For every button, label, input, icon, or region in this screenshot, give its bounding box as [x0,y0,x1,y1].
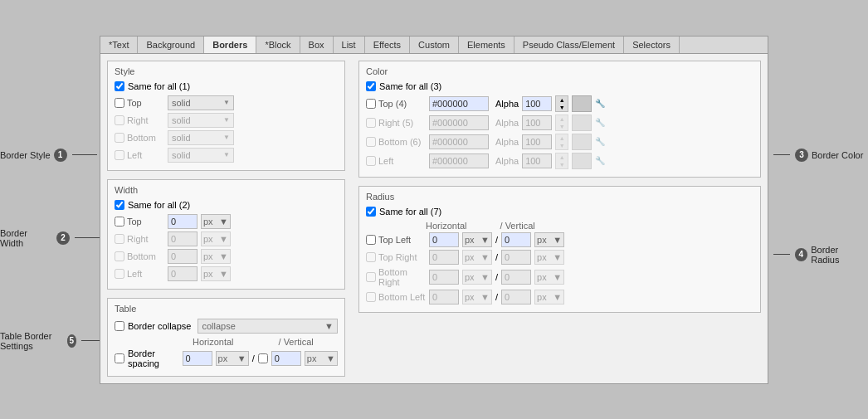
tab-box[interactable]: Box [300,37,334,53]
radius-topright-checkbox[interactable] [366,252,376,262]
radius-topright-v-unit[interactable]: px ▼ [534,250,564,265]
color-left-input[interactable] [429,153,489,168]
color-bottom-swatch[interactable] [572,134,592,150]
width-top-checkbox[interactable] [115,217,124,227]
tab-effects[interactable]: Effects [365,37,410,53]
color-bottom-input[interactable] [429,134,489,149]
radius-horizontal-label: Horizontal [426,221,467,231]
color-bottom-alpha-input[interactable] [522,134,552,149]
width-right-unit[interactable]: px ▼ [201,231,231,246]
style-same-for-all-checkbox[interactable] [115,81,124,91]
color-left-swatch[interactable] [572,153,592,169]
width-bottom-unit[interactable]: px ▼ [201,249,231,264]
radius-topright-h-unit[interactable]: px ▼ [462,250,492,265]
color-left-checkbox[interactable] [366,156,376,166]
border-collapse-checkbox[interactable] [115,321,124,331]
color-left-spin-up[interactable]: ▲ [556,153,568,161]
tab-elements[interactable]: Elements [459,37,514,53]
tab-text[interactable]: *Text [100,37,138,53]
color-top-checkbox[interactable] [366,99,376,109]
style-top-select[interactable]: solid ▼ [168,95,234,110]
tab-selectors[interactable]: Selectors [624,37,680,53]
radius-bottomleft-h-unit[interactable]: px ▼ [462,290,492,305]
radius-topleft-h-unit[interactable]: px ▼ [462,232,492,247]
border-spacing-v-input[interactable]: 0 [271,351,301,366]
width-left-input[interactable] [168,266,197,281]
radius-bottomleft-v-input[interactable] [501,290,531,305]
color-top-spin-up[interactable]: ▲ [556,96,568,104]
color-top-spin-down[interactable]: ▼ [556,104,568,111]
radius-same-for-all-checkbox[interactable] [366,207,376,217]
color-bottom-spin-down[interactable]: ▼ [556,142,568,149]
color-left-checkbox-label: Left [366,156,426,166]
color-bottom-eyedropper[interactable]: 🔧 [595,137,605,146]
border-spacing-h-input[interactable]: 0 [183,351,212,366]
radius-topright-h-input[interactable] [429,250,459,265]
radius-topleft-h-input[interactable] [429,232,459,247]
tab-borders[interactable]: Borders [204,37,256,53]
color-right-input[interactable] [429,115,489,130]
color-left-spin-down[interactable]: ▼ [556,161,568,168]
style-left-select[interactable]: solid ▼ [168,148,234,163]
style-left-checkbox[interactable] [115,150,124,160]
color-right-alpha-input[interactable] [522,115,552,130]
style-bottom-select[interactable]: solid ▼ [168,130,234,145]
radius-bottomright-h-input[interactable] [429,270,459,285]
radius-bottomright-h-unit[interactable]: px ▼ [462,270,492,285]
radius-bottomright-v-input[interactable] [501,270,531,285]
width-bottom-input[interactable] [168,249,197,264]
border-spacing-v-checkbox[interactable] [258,353,268,363]
tab-custom[interactable]: Custom [410,37,459,53]
radius-bottomright-v-unit[interactable]: px ▼ [534,270,564,285]
style-right-select[interactable]: solid ▼ [168,113,234,128]
color-top-eyedropper[interactable]: 🔧 [595,99,605,108]
tab-list[interactable]: List [334,37,365,53]
color-left-alpha-input[interactable] [522,153,552,168]
radius-topleft-checkbox[interactable] [366,235,376,245]
radius-bottomright-checkbox-label: Bottom Right [366,267,426,287]
spacing-slash: / [252,353,255,363]
width-top-input[interactable]: 0 [168,214,197,229]
color-bottom-spin-up[interactable]: ▲ [556,134,568,142]
radius-bottomright-checkbox[interactable] [366,272,376,282]
width-same-for-all-checkbox[interactable] [115,200,124,210]
border-radius-label-right: 4 Border Radius [773,245,868,265]
border-spacing-v-unit[interactable]: px ▼ [305,351,338,366]
width-top-unit[interactable]: px ▼ [201,214,231,229]
color-right-eyedropper[interactable]: 🔧 [595,118,605,127]
radius-topleft-v-unit[interactable]: px ▼ [534,232,564,247]
width-right-checkbox[interactable] [115,234,124,244]
border-collapse-select[interactable]: collapse ▼ [197,319,338,334]
color-bottom-checkbox[interactable] [366,137,376,147]
left-column: Style Same for all (1) Top solid ▼ [107,61,345,377]
tab-block[interactable]: *Block [256,37,300,53]
width-left-unit[interactable]: px ▼ [201,266,231,281]
radius-bottomleft-checkbox[interactable] [366,292,376,302]
radius-section: Radius Same for all (7) Horizontal / Ver… [358,186,761,313]
color-top-input[interactable]: #000000 [429,96,489,111]
color-right-checkbox[interactable] [366,118,376,128]
radius-topright-v-input[interactable] [501,250,531,265]
tab-background[interactable]: Background [138,37,204,53]
radius-topright-h-unit-val: px [465,252,475,262]
color-top-swatch[interactable] [572,95,592,112]
color-same-for-all-checkbox[interactable] [366,81,376,91]
color-right-spin-up[interactable]: ▲ [556,115,568,123]
width-right-input[interactable] [168,231,197,246]
color-top-alpha-input[interactable]: 100 [522,96,552,111]
style-bottom-checkbox[interactable] [115,133,124,143]
color-right-swatch[interactable] [572,114,592,131]
style-right-checkbox[interactable] [115,115,124,125]
style-top-checkbox[interactable] [115,98,124,108]
border-spacing-h-unit[interactable]: px ▼ [216,351,249,366]
border-spacing-checkbox[interactable] [115,353,124,363]
radius-topleft-v-input[interactable] [501,232,531,247]
color-left-eyedropper[interactable]: 🔧 [595,156,605,165]
tab-pseudo[interactable]: Pseudo Class/Element [514,37,624,53]
radius-bottomleft-h-input[interactable] [429,290,459,305]
border-collapse-arrow: ▼ [324,321,334,331]
radius-bottomleft-v-unit[interactable]: px ▼ [534,290,564,305]
width-bottom-checkbox[interactable] [115,251,124,261]
width-left-checkbox[interactable] [115,269,124,279]
color-right-spin-down[interactable]: ▼ [556,123,568,130]
